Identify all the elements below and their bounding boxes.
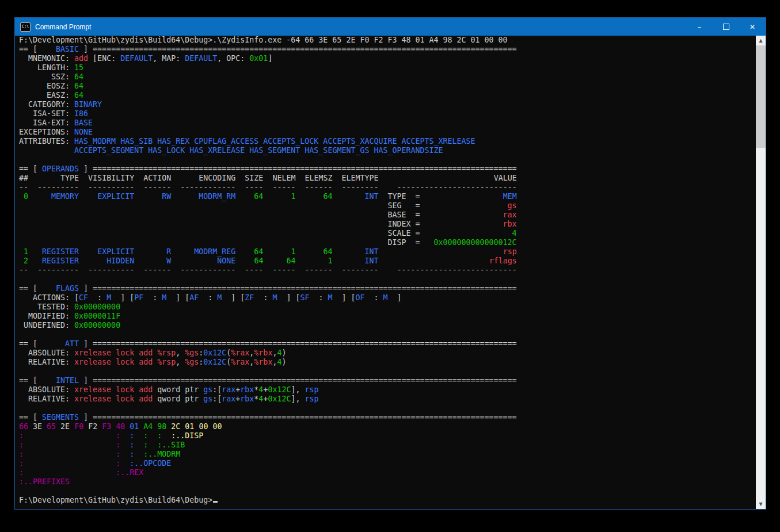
console-line: LENGTH: 15: [19, 63, 756, 72]
console-area: F:\Development\GitHub\zydis\Build64\Debu…: [15, 36, 766, 509]
scrollbar-up-icon[interactable]: ▲: [756, 36, 766, 45]
console-line: ACCEPTS_SEGMENT HAS_LOCK HAS_XRELEASE HA…: [19, 146, 756, 155]
console-line: F:\Development\GitHub\zydis\Build64\Debu…: [19, 496, 756, 505]
console-line: : : : : : :..DISP: [19, 431, 756, 441]
scrollbar[interactable]: ▲ ▼: [756, 36, 766, 509]
console-line: : : : : :..SIB: [19, 441, 756, 450]
console-line: EXCEPTIONS: NONE: [19, 128, 756, 137]
minimize-button[interactable]: –: [686, 18, 713, 36]
console-line: [19, 330, 756, 339]
console-line: F:\Development\GitHub\zydis\Build64\Debu…: [19, 36, 756, 45]
console-line: -- --------- ---------- ------ ---------…: [19, 266, 756, 275]
console-line: == [ INTEL ] ===========================…: [19, 376, 756, 385]
console-line: RELATIVE: xrelease lock add %rsp, %gs:0x…: [19, 358, 756, 367]
console-line: 0 MEMORY EXPLICIT RW MODRM_RM 64 1 64 IN…: [19, 192, 756, 201]
console-line: 1 REGISTER EXPLICIT R MODRM_REG 64 1 64 …: [19, 247, 756, 257]
console-line: == [ SEGMENTS ] ========================…: [19, 413, 756, 422]
maximize-icon: [723, 24, 729, 30]
maximize-button[interactable]: [713, 18, 739, 36]
console-line: [19, 275, 756, 284]
window-title: Command Prompt: [35, 23, 686, 31]
console-line: UNDEFINED: 0x00000000: [19, 321, 756, 330]
console-line: DISP = 0x000000000000012C: [19, 238, 756, 247]
console-line: ACTIONS: [CF : M ] [PF : M ] [AF : M ] […: [19, 293, 756, 303]
console-line: TESTED: 0x00000000: [19, 303, 756, 312]
scrollbar-thumb[interactable]: [756, 45, 766, 148]
close-button[interactable]: ✕: [739, 18, 766, 36]
console-line: :..PREFIXES: [19, 477, 756, 487]
console-line: EOSZ: 64: [19, 82, 756, 91]
console-line: ISA-EXT: BASE: [19, 118, 756, 128]
console-line: ABSOLUTE: xrelease lock add qword ptr gs…: [19, 385, 756, 395]
console-line: INDEX = rbx: [19, 220, 756, 229]
console-line: SEG = gs: [19, 201, 756, 210]
console-line: EASZ: 64: [19, 91, 756, 100]
console-line: [19, 367, 756, 376]
console-line: : :..REX: [19, 468, 756, 477]
console-line: : : :..OPCODE: [19, 459, 756, 468]
console-line: == [ ATT ] =============================…: [19, 339, 756, 349]
console-line: ISA-SET: I86: [19, 109, 756, 118]
console-line: : : : :..MODRM: [19, 450, 756, 459]
console-line: MODIFIED: 0x0000011F: [19, 312, 756, 321]
console-line: BASE = rax: [19, 210, 756, 220]
text-cursor: [213, 501, 218, 503]
console-output[interactable]: F:\Development\GitHub\zydis\Build64\Debu…: [15, 36, 756, 509]
console-line: == [ FLAGS ] ===========================…: [19, 284, 756, 293]
console-line: [19, 155, 756, 164]
console-line: -- --------- ---------- ------ ---------…: [19, 183, 756, 192]
cmd-icon: C:\: [20, 22, 31, 32]
console-line: ## TYPE VISIBILITY ACTION ENCODING SIZE …: [19, 174, 756, 183]
console-line: SCALE = 4: [19, 229, 756, 238]
console-line: == [ BASIC ] ===========================…: [19, 45, 756, 54]
command-prompt-window: C:\ Command Prompt – ✕ F:\Development\Gi…: [14, 17, 766, 510]
console-line: CATEGORY: BINARY: [19, 100, 756, 109]
console-line: ABSOLUTE: xrelease lock add %rsp, %gs:0x…: [19, 349, 756, 358]
console-line: MNEMONIC: add [ENC: DEFAULT, MAP: DEFAUL…: [19, 54, 756, 63]
console-line: 2 REGISTER HIDDEN W NONE 64 64 1 INT rfl…: [19, 257, 756, 266]
minimize-icon: –: [698, 23, 701, 31]
console-line: SSZ: 64: [19, 72, 756, 82]
console-line: 66 3E 65 2E F0 F2 F3 48 01 A4 98 2C 01 0…: [19, 422, 756, 431]
console-line: [19, 404, 756, 413]
close-icon: ✕: [749, 23, 755, 31]
console-line: RELATIVE: xrelease lock add qword ptr gs…: [19, 395, 756, 404]
scrollbar-down-icon[interactable]: ▼: [756, 499, 766, 509]
title-bar[interactable]: C:\ Command Prompt – ✕: [15, 18, 766, 36]
console-line: [19, 487, 756, 496]
console-line: == [ OPERANDS ] ========================…: [19, 164, 756, 174]
console-line: ATTRIBUTES: HAS_MODRM HAS_SIB HAS_REX CP…: [19, 137, 756, 146]
